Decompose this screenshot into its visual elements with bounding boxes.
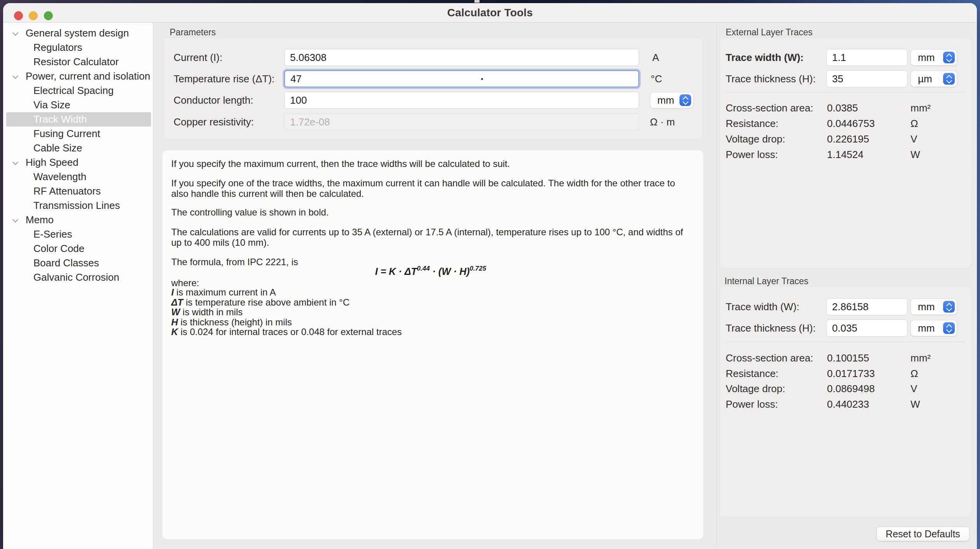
sidebar-item-power-current-isolation[interactable]: Power, current and isolation (3, 69, 153, 83)
help-paragraph: If you specify one of the trace widths, … (171, 178, 684, 199)
stepper-icon (679, 94, 691, 106)
conductor-length-input[interactable] (284, 92, 639, 109)
int-power-loss-value: 0.440233 (827, 398, 869, 410)
ext-trace-width-label: Trace width (W): (726, 52, 804, 64)
ext-power-loss-unit: W (910, 149, 920, 161)
chevron-down-icon[interactable] (12, 159, 19, 165)
help-paragraph: The controlling value is shown in bold. (171, 207, 329, 217)
ext-resistance-unit: Ω (910, 118, 918, 130)
int-voltage-drop-unit: V (910, 383, 917, 395)
conductor-length-label: Conductor length: (174, 94, 253, 106)
formula-definitions: I is maximum current in A ΔT is temperat… (171, 287, 402, 337)
ext-voltage-drop-unit: V (910, 133, 917, 145)
sidebar-item-high-speed[interactable]: High Speed (3, 155, 153, 170)
temperature-rise-label: Temperature rise (ΔT): (174, 73, 275, 85)
close-window-icon[interactable] (14, 11, 23, 20)
title-bar: Calculator Tools (3, 3, 977, 23)
sidebar-item-e-series[interactable]: E-Series (3, 227, 153, 241)
temperature-rise-unit: °C (651, 73, 662, 85)
ext-cross-section-value: 0.0385 (827, 102, 858, 114)
int-power-loss-unit: W (910, 398, 920, 410)
parameters-section-label: Parameters (170, 27, 216, 38)
int-resistance-unit: Ω (910, 368, 918, 380)
sidebar-item-resistor-calculator[interactable]: Resistor Calculator (3, 55, 153, 69)
ext-resistance-label: Resistance: (726, 118, 778, 130)
internal-traces-section-label: Internal Layer Traces (725, 276, 808, 287)
int-voltage-drop-value: 0.0869498 (827, 383, 875, 395)
ext-trace-thickness-label: Trace thickness (H): (726, 73, 816, 85)
ext-power-loss-value: 1.14524 (827, 149, 864, 161)
ext-trace-thickness-input[interactable] (826, 70, 907, 87)
sidebar-item-memo[interactable]: Memo (3, 213, 153, 227)
int-cross-section-unit: mm² (910, 352, 931, 364)
help-paragraph: The formula, from IPC 2221, is (171, 257, 298, 267)
stepper-icon (943, 301, 955, 313)
conductor-length-unit-select[interactable]: mm (650, 92, 693, 108)
stepper-icon (943, 52, 955, 63)
sidebar-item-transmission-lines[interactable]: Transmission Lines (3, 198, 153, 213)
help-text-panel: If you specify the maximum current, then… (163, 151, 703, 539)
chevron-down-icon[interactable] (12, 30, 19, 36)
current-label: Current (I): (174, 52, 222, 64)
copper-resistivity-label: Copper resistivity: (174, 116, 254, 128)
sidebar-item-color-code[interactable]: Color Code (3, 241, 153, 256)
int-cross-section-label: Cross-section area: (726, 352, 813, 364)
sidebar-item-wavelength[interactable]: Wavelength (3, 170, 153, 184)
zoom-window-icon[interactable] (44, 11, 53, 20)
ext-trace-width-unit-select[interactable]: mm (910, 49, 957, 66)
ext-cross-section-unit: mm² (910, 102, 931, 114)
ipc2221-formula: I = K · ΔT0.44 · (W · H)0.725 (375, 266, 486, 277)
int-trace-thickness-unit-select[interactable]: mm (910, 320, 957, 336)
where-label: where: (171, 278, 199, 288)
int-trace-thickness-label: Trace thickness (H): (726, 322, 816, 334)
help-paragraph: The calculations are valid for currents … (171, 227, 692, 248)
ext-trace-thickness-unit-select[interactable]: µm (910, 71, 957, 87)
window-title: Calculator Tools (447, 7, 533, 19)
help-paragraph: If you specify the maximum current, then… (171, 158, 510, 169)
desktop-top-tick (474, 0, 480, 3)
external-traces-section-label: External Layer Traces (726, 27, 813, 38)
int-resistance-value: 0.0171733 (827, 368, 875, 380)
sidebar-item-board-classes[interactable]: Board Classes (3, 256, 153, 270)
temperature-rise-input[interactable] (284, 70, 639, 87)
sidebar-item-cable-size[interactable]: Cable Size (3, 141, 153, 155)
int-trace-width-input[interactable] (826, 298, 907, 315)
sidebar-item-general-system-design[interactable]: General system design (3, 26, 153, 40)
ext-cross-section-label: Cross-section area: (726, 102, 813, 114)
chevron-down-icon[interactable] (12, 217, 19, 223)
int-trace-width-unit-select[interactable]: mm (910, 299, 957, 315)
panel-divider (716, 23, 717, 546)
int-trace-width-label: Trace width (W): (726, 301, 799, 313)
calculator-tree-sidebar: General system design Regulators Resisto… (3, 23, 153, 549)
copper-resistivity-unit: Ω · m (650, 116, 675, 128)
sidebar-item-regulators[interactable]: Regulators (3, 40, 153, 55)
int-cross-section-value: 0.100155 (827, 352, 869, 364)
ext-voltage-drop-label: Voltage drop: (726, 133, 785, 145)
int-voltage-drop-label: Voltage drop: (726, 383, 785, 395)
ext-voltage-drop-value: 0.226195 (827, 133, 869, 145)
group-divider (726, 342, 966, 342)
sidebar-item-via-size[interactable]: Via Size (3, 98, 153, 112)
int-resistance-label: Resistance: (726, 368, 778, 380)
copper-resistivity-input (284, 113, 639, 130)
sidebar-item-galvanic-corrosion[interactable]: Galvanic Corrosion (3, 270, 153, 285)
current-input[interactable] (284, 49, 639, 66)
stepper-icon (943, 73, 955, 85)
stepper-icon (943, 322, 955, 334)
sidebar-item-track-width[interactable]: Track Width (6, 112, 151, 127)
sidebar-item-rf-attenuators[interactable]: RF Attenuators (3, 184, 153, 198)
text-cursor-dot (481, 78, 483, 80)
int-trace-thickness-input[interactable] (826, 320, 907, 337)
chevron-down-icon[interactable] (12, 73, 19, 79)
ext-resistance-value: 0.0446753 (827, 118, 875, 130)
reset-to-defaults-button[interactable]: Reset to Defaults (876, 526, 970, 541)
ext-trace-width-input[interactable] (826, 49, 907, 66)
minimize-window-icon[interactable] (29, 11, 38, 20)
current-unit: A (652, 52, 659, 64)
group-divider (726, 92, 966, 92)
int-power-loss-label: Power loss: (726, 398, 778, 410)
sidebar-item-electrical-spacing[interactable]: Electrical Spacing (3, 83, 153, 98)
sidebar-item-fusing-current[interactable]: Fusing Current (3, 127, 153, 141)
ext-power-loss-label: Power loss: (726, 149, 778, 161)
